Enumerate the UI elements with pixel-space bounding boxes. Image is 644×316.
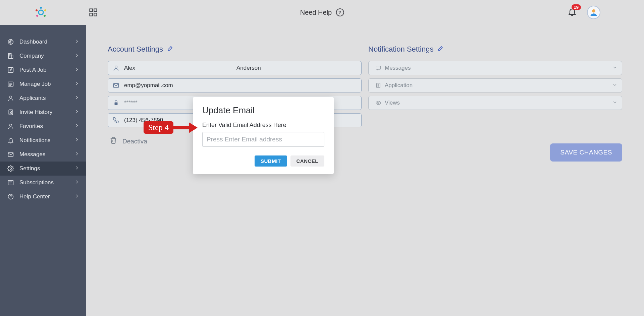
chevron-right-icon: [74, 151, 79, 158]
svg-rect-7: [94, 9, 97, 12]
eye-icon: [373, 100, 383, 106]
avatar[interactable]: [587, 6, 600, 19]
mail-icon: [108, 82, 124, 89]
svg-point-2: [44, 9, 46, 11]
svg-rect-8: [90, 13, 93, 16]
sidebar-item-post-a-job[interactable]: Post A Job: [0, 63, 86, 77]
list-icon: [7, 179, 15, 186]
top-bar: Need Help ? 19: [0, 0, 644, 25]
sidebar-item-settings[interactable]: Settings: [0, 162, 86, 176]
name-field[interactable]: Alex Anderson: [108, 61, 362, 75]
chevron-right-icon: [74, 109, 79, 116]
deactivate-label: Deactiva: [122, 138, 147, 145]
sidebar: Dashboard Company Post A Job Manage Job …: [0, 25, 86, 316]
svg-point-11: [8, 40, 13, 45]
sidebar-item-manage-job[interactable]: Manage Job: [0, 77, 86, 91]
sidebar-item-label: Company: [19, 53, 74, 59]
chevron-right-icon: [74, 165, 79, 172]
svg-point-26: [10, 111, 12, 113]
need-help[interactable]: Need Help ?: [300, 8, 344, 16]
update-email-modal: Update Email Enter Valid Email Address H…: [193, 97, 334, 174]
phone-icon: [108, 117, 124, 124]
sidebar-item-notifications[interactable]: Notifications: [0, 133, 86, 147]
sidebar-item-company[interactable]: Company: [0, 49, 86, 63]
sidebar-item-favorites[interactable]: Favorites: [0, 119, 86, 133]
svg-point-36: [115, 66, 117, 68]
notification-badge: 19: [572, 4, 581, 10]
last-name-value: Anderson: [236, 65, 261, 71]
person-icon: [7, 123, 15, 130]
email-field[interactable]: emp@yopmail.com: [108, 78, 362, 92]
svg-rect-28: [8, 152, 13, 156]
modal-title: Update Email: [202, 105, 324, 116]
chevron-right-icon: [74, 123, 79, 130]
save-changes-button[interactable]: SAVE CHANGES: [550, 143, 622, 162]
mail-icon: [7, 151, 15, 158]
notifications-bell[interactable]: 19: [568, 7, 577, 18]
svg-point-44: [378, 102, 379, 104]
notif-views[interactable]: Views: [368, 96, 622, 110]
target-icon: [7, 39, 15, 45]
edit-icon[interactable]: [167, 45, 174, 54]
svg-rect-9: [94, 13, 97, 16]
step-label: Step 4: [144, 121, 173, 134]
cancel-button[interactable]: CANCEL: [290, 155, 325, 167]
first-name-value: Alex: [124, 65, 135, 71]
svg-point-13: [10, 42, 11, 43]
lock-icon: [108, 100, 124, 106]
sidebar-item-label: Notifications: [19, 137, 74, 144]
chevron-down-icon: [612, 100, 617, 106]
notification-settings-header: Notification Settings: [368, 45, 622, 54]
svg-rect-25: [9, 110, 13, 115]
sidebar-item-label: Post A Job: [19, 67, 74, 73]
svg-point-1: [40, 7, 42, 9]
sidebar-item-messages[interactable]: Messages: [0, 147, 86, 162]
svg-rect-14: [8, 54, 11, 59]
chevron-right-icon: [74, 95, 79, 102]
edit-square-icon: [7, 67, 15, 73]
sidebar-item-label: Help Center: [19, 193, 74, 200]
account-settings-header: Account Settings: [108, 45, 362, 54]
svg-point-24: [10, 96, 12, 98]
chat-icon: [373, 65, 383, 71]
person-icon: [7, 95, 15, 102]
gear-icon: [7, 165, 15, 172]
sidebar-item-label: Favorites: [19, 123, 74, 130]
chevron-right-icon: [74, 137, 79, 144]
submit-button[interactable]: SUBMIT: [255, 155, 287, 167]
main-content: Account Settings Alex Anderson emp@yopma…: [86, 25, 644, 316]
need-help-label: Need Help: [300, 9, 332, 16]
svg-point-5: [36, 9, 38, 11]
notif-label: Application: [385, 82, 413, 89]
svg-rect-19: [8, 68, 13, 73]
svg-point-29: [10, 168, 12, 170]
notif-messages[interactable]: Messages: [368, 61, 622, 75]
sidebar-item-dashboard[interactable]: Dashboard: [0, 35, 86, 49]
svg-point-10: [592, 9, 595, 13]
help-icon: ?: [336, 8, 344, 16]
sidebar-item-invite-history[interactable]: Invite History: [0, 105, 86, 119]
modal-label: Enter Valid Email Address Here: [202, 122, 324, 129]
apps-grid-icon[interactable]: [89, 8, 98, 17]
svg-rect-6: [90, 9, 93, 12]
svg-point-4: [36, 15, 38, 17]
sidebar-item-help-center[interactable]: Help Center: [0, 190, 86, 204]
sidebar-item-label: Messages: [19, 151, 74, 158]
email-input[interactable]: [202, 132, 324, 147]
bell-icon: [7, 137, 15, 144]
notif-label: Views: [385, 100, 400, 106]
edit-icon[interactable]: [437, 45, 444, 54]
chevron-right-icon: [74, 67, 79, 73]
list-icon: [7, 81, 15, 87]
person-icon: [108, 65, 124, 71]
sidebar-item-subscriptions[interactable]: Subscriptions: [0, 176, 86, 190]
chevron-down-icon: [612, 65, 617, 71]
app-logo[interactable]: [34, 5, 48, 20]
password-value: ******: [124, 100, 138, 106]
svg-point-3: [44, 15, 46, 17]
notif-application[interactable]: Application: [368, 78, 622, 92]
email-value: emp@yopmail.com: [124, 82, 173, 89]
sidebar-item-applicants[interactable]: Applicants: [0, 91, 86, 105]
document-icon: [373, 82, 383, 88]
chevron-right-icon: [74, 39, 79, 45]
